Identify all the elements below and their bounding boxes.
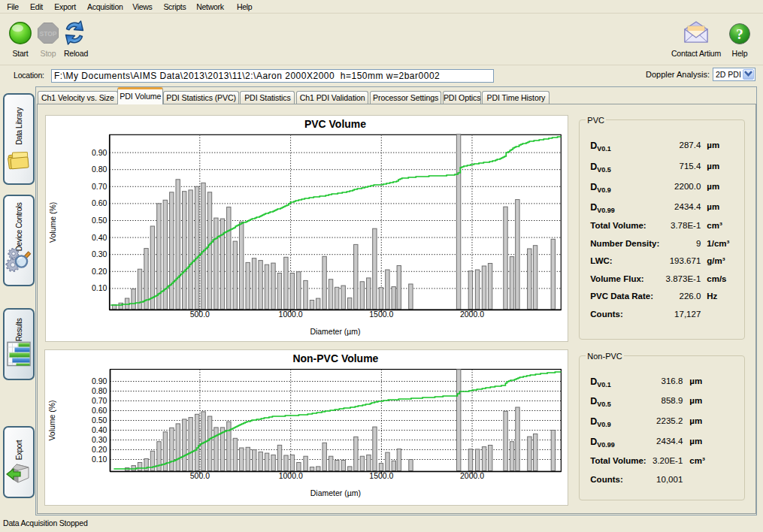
svg-text:0.30: 0.30 bbox=[92, 250, 107, 258]
svg-text:2000.0: 2000.0 bbox=[460, 472, 484, 480]
svg-text:STOP: STOP bbox=[40, 30, 57, 38]
svg-text:500.0: 500.0 bbox=[189, 472, 209, 480]
svg-text:1500.0: 1500.0 bbox=[369, 310, 393, 319]
svg-text:0.60: 0.60 bbox=[92, 407, 107, 415]
svg-text:500.0: 500.0 bbox=[189, 310, 209, 319]
svg-text:0.60: 0.60 bbox=[92, 199, 107, 207]
svg-text:0.20: 0.20 bbox=[92, 268, 107, 276]
svg-text:0.90: 0.90 bbox=[92, 149, 107, 157]
svg-text:0.90: 0.90 bbox=[92, 377, 107, 385]
svg-text:1500.0: 1500.0 bbox=[369, 472, 393, 480]
svg-text:Diameter (µm): Diameter (µm) bbox=[310, 489, 360, 497]
svg-text:0.40: 0.40 bbox=[92, 234, 107, 242]
svg-text:Volume (%): Volume (%) bbox=[49, 202, 57, 243]
svg-text:PVC Volume: PVC Volume bbox=[304, 118, 366, 130]
svg-text:0.50: 0.50 bbox=[92, 416, 107, 425]
svg-text:0.30: 0.30 bbox=[92, 436, 107, 444]
svg-text:1000.0: 1000.0 bbox=[278, 472, 302, 480]
svg-text:0.80: 0.80 bbox=[92, 165, 107, 174]
svg-text:0.10: 0.10 bbox=[92, 284, 107, 292]
svg-text:Non-PVC Volume: Non-PVC Volume bbox=[292, 352, 378, 364]
svg-text:0.10: 0.10 bbox=[92, 455, 107, 464]
svg-text:0.20: 0.20 bbox=[92, 446, 107, 454]
svg-text:0.50: 0.50 bbox=[92, 216, 107, 225]
svg-text:Diameter (µm): Diameter (µm) bbox=[310, 328, 360, 336]
svg-text:Volume (%): Volume (%) bbox=[48, 401, 56, 441]
svg-text:?: ? bbox=[736, 26, 743, 42]
svg-text:0.70: 0.70 bbox=[92, 397, 107, 405]
svg-text:0.70: 0.70 bbox=[92, 183, 107, 191]
svg-text:2000.0: 2000.0 bbox=[460, 310, 484, 319]
svg-text:0.80: 0.80 bbox=[92, 387, 107, 395]
svg-text:0.40: 0.40 bbox=[92, 426, 107, 434]
svg-text:1000.0: 1000.0 bbox=[278, 310, 302, 319]
